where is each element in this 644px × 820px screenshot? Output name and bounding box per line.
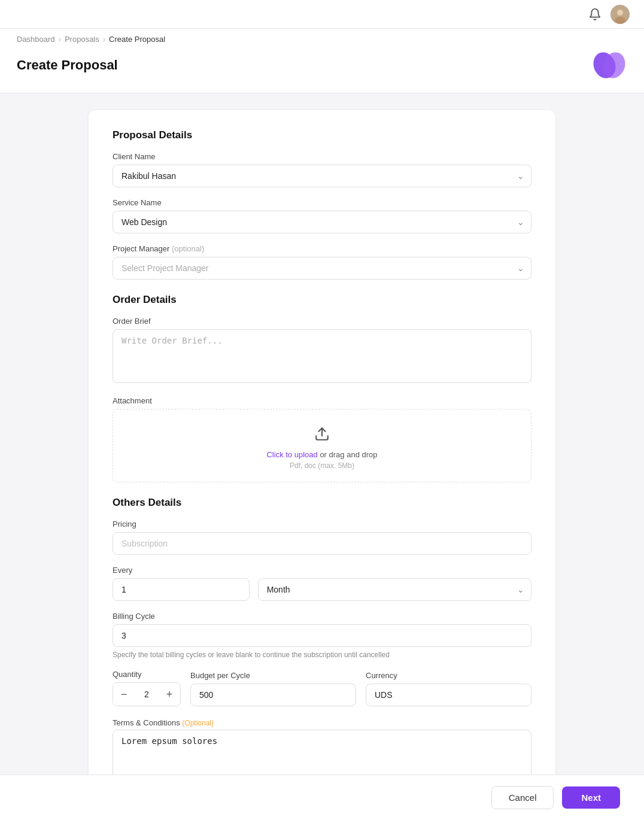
client-name-label: Client Name [113,152,531,161]
breadcrumb-proposals[interactable]: Proposals [65,35,99,44]
project-manager-optional: (optional) [172,244,204,253]
quantity-decrement-button[interactable]: − [113,683,135,706]
breadcrumb-dashboard[interactable]: Dashboard [17,35,55,44]
quantity-label: Quantity [113,670,181,679]
upload-or-text: or drag and drop [318,450,378,459]
every-label: Every [113,566,531,575]
order-details-section: Order Details Order Brief Attachment Cli… [113,294,531,482]
billing-cycle-label: Billing Cycle [113,612,531,621]
billing-hint: Specify the total billing cycles or leav… [113,651,531,659]
quantity-group: Quantity − + [113,670,181,706]
currency-label: Currency [366,671,531,680]
client-name-select-wrapper: Rakibul Hasan ⌄ [113,165,531,187]
project-manager-label: Project Manager (optional) [113,244,531,253]
upload-icon [113,426,531,445]
attachment-group: Attachment Click to upload or drag and d… [113,396,531,482]
project-manager-select[interactable]: Select Project Manager [113,257,531,280]
attachment-label: Attachment [113,396,531,405]
svg-point-2 [615,17,625,24]
currency-input[interactable] [366,684,531,706]
topbar [0,0,644,29]
service-name-group: Service Name Web Design ⌄ [113,198,531,233]
next-button[interactable]: Next [562,786,620,809]
every-num-group [113,578,250,601]
every-number-input[interactable] [113,578,250,601]
upload-text: Click to upload or drag and drop [113,450,531,459]
footer-bar: Cancel Next [0,775,644,820]
others-details-title: Others Details [113,497,531,509]
project-manager-select-wrapper: Select Project Manager ⌄ [113,257,531,280]
cancel-button[interactable]: Cancel [491,786,554,809]
upload-area[interactable]: Click to upload or drag and drop Pdf, do… [113,409,531,482]
budget-input[interactable] [190,684,356,706]
avatar[interactable] [610,5,630,24]
proposal-details-section: Proposal Details Client Name Rakibul Has… [113,129,531,280]
pricing-group: Pricing [113,520,531,555]
breadcrumb-sep-1: › [59,35,61,44]
budget-group: Budget per Cycle [190,671,356,706]
project-manager-group: Project Manager (optional) Select Projec… [113,244,531,280]
order-brief-group: Order Brief [113,317,531,385]
pricing-label: Pricing [113,520,531,529]
service-name-select[interactable]: Web Design [113,211,531,233]
service-name-label: Service Name [113,198,531,207]
terms-label: Terms & Conditions (Optional) [113,718,531,727]
logo-icon [591,47,627,83]
page-header: Dashboard › Proposals › Create Proposal … [0,29,644,93]
service-name-select-wrapper: Web Design ⌄ [113,211,531,233]
quantity-increment-button[interactable]: + [159,683,180,706]
quantity-control: − + [113,682,181,706]
svg-point-1 [617,10,623,16]
quantity-input[interactable] [135,690,159,699]
budget-label: Budget per Cycle [190,671,356,680]
others-details-section: Others Details Pricing Every Month Day W… [113,497,531,786]
bell-icon[interactable] [587,6,603,23]
every-period-select[interactable]: Month Day Week Year [258,578,531,601]
breadcrumb-current: Create Proposal [109,35,165,44]
upload-hint: Pdf, doc (max. 5Mb) [113,461,531,470]
order-brief-label: Order Brief [113,317,531,326]
billing-cycle-input[interactable] [113,624,531,647]
currency-group: Currency [366,671,531,706]
every-group: Every Month Day Week Year ⌄ [113,566,531,601]
order-brief-textarea[interactable] [113,329,531,383]
upload-link[interactable]: Click to upload [266,450,317,459]
every-row: Month Day Week Year ⌄ [113,578,531,601]
proposal-details-title: Proposal Details [113,129,531,141]
order-details-title: Order Details [113,294,531,306]
qty-budget-currency-row: Quantity − + Budget per Cycle Currency [113,670,531,706]
pricing-input[interactable] [113,532,531,555]
every-period-group: Month Day Week Year ⌄ [258,578,531,601]
breadcrumb-sep-2: › [103,35,105,44]
client-name-select[interactable]: Rakibul Hasan [113,165,531,187]
billing-cycle-group: Billing Cycle Specify the total billing … [113,612,531,659]
client-name-group: Client Name Rakibul Hasan ⌄ [113,152,531,187]
breadcrumb: Dashboard › Proposals › Create Proposal [17,35,627,44]
terms-optional: (Optional) [182,719,214,727]
page-title: Create Proposal [17,57,118,73]
main-content: Proposal Details Client Name Rakibul Has… [89,110,555,820]
